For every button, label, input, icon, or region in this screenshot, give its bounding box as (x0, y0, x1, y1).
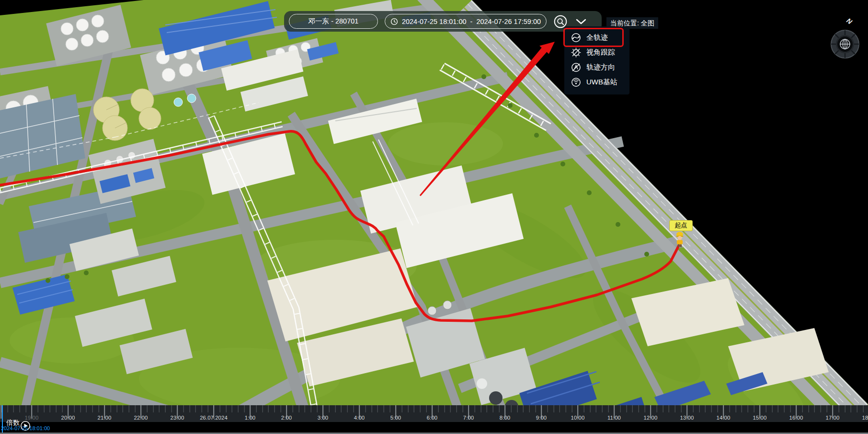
menu-item-view-tracking[interactable]: 视角跟踪 (564, 45, 629, 60)
timeline-label: 15:00 (753, 415, 767, 421)
toolbar: 邓一东 - 280701 2024-07-25 18:01:00 - 2024-… (284, 11, 602, 32)
timeline-label: 14:00 (717, 415, 731, 421)
trajectory-playback-screen: { "toolbar": { "person": "邓一东 - 280701",… (0, 0, 868, 434)
timeline-label: 16:00 (789, 415, 803, 421)
menu-item-label: 全轨迹 (586, 33, 608, 42)
timeline-label: 3:00 (318, 415, 328, 421)
full-trajectory-icon (571, 32, 582, 43)
timeline-label: 11:00 (607, 415, 621, 421)
timeline-label: 19:00 (25, 415, 39, 421)
current-playback-time: 2024-07-25 18:01:00 (1, 425, 50, 431)
clock-icon (390, 18, 398, 25)
menu-item-trajectory-direction[interactable]: 轨迹方向 (564, 60, 629, 75)
timeline-label: 18:00 (862, 415, 868, 421)
timeline-label: 23:00 (171, 415, 184, 421)
time-range-start: 2024-07-25 18:01:00 (402, 18, 467, 25)
timeline-label: 9:00 (536, 415, 547, 421)
menu-item-full-trajectory[interactable]: 全轨迹 (564, 30, 629, 45)
time-range-end: 2024-07-26 17:59:00 (476, 18, 541, 25)
timeline-label: 4:00 (354, 415, 365, 421)
compass-control[interactable] (826, 19, 864, 64)
timeline-label: 5:00 (390, 415, 401, 421)
timeline-label: 22:00 (134, 415, 148, 421)
timeline-label: 8:00 (500, 415, 510, 421)
timeline-label: 6:00 (427, 415, 437, 421)
time-range-separator: - (470, 18, 473, 25)
timeline-label: 26.07.2024 (200, 415, 228, 421)
timeline-label: 17:00 (826, 415, 840, 421)
menu-item-label: 视角跟踪 (586, 48, 615, 57)
worker-figure (674, 231, 686, 249)
layer-menu-toggle[interactable] (574, 18, 588, 25)
map-3d-view[interactable] (0, 0, 868, 434)
trajectory-direction-icon (571, 62, 582, 73)
chevron-down-icon (574, 18, 588, 25)
uwb-station-icon (571, 77, 582, 88)
person-selector-value: 邓一东 - 280701 (308, 17, 359, 26)
timeline-label: 20:00 (61, 415, 75, 421)
time-range-selector[interactable]: 2024-07-25 18:01:00 - 2024-07-26 17:59:0… (385, 14, 547, 29)
menu-item-label: UWB基站 (586, 78, 617, 87)
timeline-ruler[interactable]: 19:00 20:00 21:00 22:00 23:00 26.07.2024… (0, 405, 868, 422)
menu-item-label: 轨迹方向 (586, 63, 615, 72)
view-tracking-icon (571, 47, 582, 58)
person-selector[interactable]: 邓一东 - 280701 (289, 14, 378, 29)
layer-dropdown-menu: 全轨迹 视角跟踪 轨迹方向 UWB基站 (564, 26, 629, 94)
timeline-label: 1:00 (245, 415, 255, 421)
menu-item-uwb-station[interactable]: UWB基站 (564, 75, 629, 90)
start-point-label: 起点 (669, 220, 693, 231)
timeline-label: 10:00 (571, 415, 585, 421)
timeline-label: 12:00 (644, 415, 658, 421)
timeline-label: 7:00 (463, 415, 474, 421)
timeline-label: 21:00 (98, 415, 112, 421)
timeline-label: 13:00 (680, 415, 694, 421)
timeline-bar: 19:00 20:00 21:00 22:00 23:00 26.07.2024… (0, 405, 868, 434)
timeline-label: 2:00 (281, 415, 292, 421)
